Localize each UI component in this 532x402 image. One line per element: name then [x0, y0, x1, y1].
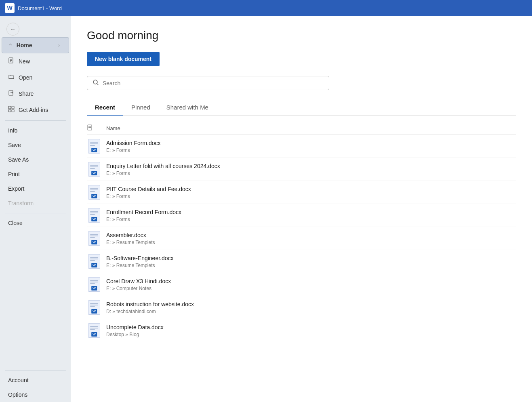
back-icon: ←: [10, 26, 16, 32]
file-item[interactable]: W PIIT Course Details and Fee.docx E: » …: [87, 181, 516, 204]
file-list-header: Name: [87, 122, 516, 135]
file-info: PIIT Course Details and Fee.docx E: » Fo…: [106, 186, 516, 199]
word-file-icon: W: [87, 185, 101, 200]
file-name: Corel Draw X3 Hindi.docx: [106, 278, 516, 284]
sidebar-item-close[interactable]: Close: [2, 216, 69, 230]
word-file-icon: W: [87, 254, 101, 269]
sidebar-divider-3: [5, 370, 66, 370]
sidebar-item-get-add-ins[interactable]: Get Add-ins: [2, 102, 69, 118]
file-path: D: » techdatahindi.com: [106, 309, 516, 314]
sidebar-divider-1: [5, 120, 66, 121]
file-path: E: » Forms: [106, 217, 516, 222]
file-info: Uncomplete Data.docx Desktop » Blog: [106, 324, 516, 337]
file-name: Assembler.docx: [106, 232, 516, 238]
word-file-icon: W: [87, 139, 101, 154]
file-path: E: » Resume Templets: [106, 263, 516, 268]
file-name: Enquiry Letter fold with all courses 202…: [106, 163, 516, 169]
word-logo: W: [5, 3, 15, 13]
file-info: Corel Draw X3 Hindi.docx E: » Computer N…: [106, 278, 516, 291]
main-layout: ← ⌂ Home › New: [0, 16, 532, 402]
sidebar-divider-2: [5, 213, 66, 213]
sidebar-bottom: Account Options: [0, 368, 71, 402]
search-input[interactable]: [103, 80, 323, 86]
word-file-icon: W: [87, 208, 101, 223]
sidebar-item-export[interactable]: Export: [2, 181, 69, 196]
sidebar: ← ⌂ Home › New: [0, 16, 71, 402]
file-name: Robots instruction for website.docx: [106, 301, 516, 307]
tabs-bar: Recent Pinned Shared with Me: [87, 100, 516, 116]
sidebar-item-new[interactable]: New: [2, 53, 69, 69]
sidebar-get-add-ins-label: Get Add-ins: [19, 107, 48, 113]
sidebar-expand-button[interactable]: ›: [56, 42, 62, 48]
file-item[interactable]: W Enquiry Letter fold with all courses 2…: [87, 158, 516, 181]
file-item[interactable]: W Corel Draw X3 Hindi.docx E: » Computer…: [87, 273, 516, 296]
file-item[interactable]: W Assembler.docx E: » Resume Templets: [87, 227, 516, 250]
search-icon: [93, 80, 99, 86]
sidebar-item-print[interactable]: Print: [2, 167, 69, 181]
header-icon-placeholder: [87, 124, 101, 132]
svg-line-11: [97, 84, 98, 85]
file-path: E: » Forms: [106, 194, 516, 199]
new-icon: [8, 57, 15, 65]
sidebar-item-info[interactable]: Info: [2, 123, 69, 138]
file-item[interactable]: W Robots instruction for website.docx D:…: [87, 296, 516, 319]
title-bar-text: Document1 - Word: [18, 5, 62, 11]
sidebar-open-label: Open: [19, 74, 32, 81]
file-name: Enrollment Record Form.docx: [106, 209, 516, 215]
tab-pinned[interactable]: Pinned: [123, 100, 158, 116]
word-file-icon: W: [87, 231, 101, 246]
file-item[interactable]: W Enrollment Record Form.docx E: » Forms: [87, 204, 516, 227]
file-path: E: » Computer Notes: [106, 286, 516, 291]
home-icon: ⌂: [8, 42, 13, 49]
sidebar-item-transform: Transform: [2, 196, 69, 210]
sidebar-home-label: Home: [17, 42, 32, 48]
share-icon: [8, 90, 15, 98]
title-bar: W Document1 - Word: [0, 0, 532, 16]
file-info: Admission Form.docx E: » Forms: [106, 140, 516, 153]
sidebar-item-options[interactable]: Options: [2, 387, 69, 402]
file-path: E: » Resume Templets: [106, 240, 516, 245]
file-list: W Admission Form.docx E: » Forms W: [87, 135, 516, 342]
word-file-icon: W: [87, 162, 101, 177]
new-blank-document-button[interactable]: New blank document: [87, 52, 160, 66]
sidebar-item-save-as[interactable]: Save As: [2, 152, 69, 167]
sidebar-new-label: New: [19, 58, 30, 65]
name-column-header: Name: [106, 125, 120, 131]
file-name: Uncomplete Data.docx: [106, 324, 516, 330]
file-item[interactable]: W B.-Software-Engineer.docx E: » Resume …: [87, 250, 516, 273]
tab-shared-with-me[interactable]: Shared with Me: [158, 100, 217, 116]
file-item[interactable]: W Admission Form.docx E: » Forms: [87, 135, 516, 158]
open-icon: [8, 74, 15, 82]
file-info: Robots instruction for website.docx D: »…: [106, 301, 516, 314]
get-add-ins-icon: [8, 106, 15, 114]
file-path: Desktop » Blog: [106, 332, 516, 337]
search-bar: [87, 76, 329, 90]
sidebar-item-home[interactable]: ⌂ Home ›: [2, 37, 69, 53]
file-name: PIIT Course Details and Fee.docx: [106, 186, 516, 192]
sidebar-item-open[interactable]: Open: [2, 69, 69, 86]
sidebar-item-share[interactable]: Share: [2, 86, 69, 102]
word-file-icon: W: [87, 300, 101, 315]
svg-rect-6: [8, 106, 11, 109]
sidebar-item-account[interactable]: Account: [2, 373, 69, 387]
file-name: B.-Software-Engineer.docx: [106, 255, 516, 261]
file-name: Admission Form.docx: [106, 140, 516, 146]
svg-rect-8: [8, 109, 11, 112]
svg-rect-7: [12, 106, 14, 109]
greeting-heading: Good morning: [87, 29, 516, 42]
sidebar-item-save[interactable]: Save: [2, 138, 69, 152]
file-item[interactable]: W Uncomplete Data.docx Desktop » Blog: [87, 319, 516, 342]
tab-recent[interactable]: Recent: [87, 100, 123, 116]
content-area: Good morning New blank document Recent P…: [71, 16, 532, 402]
word-file-icon: W: [87, 277, 101, 292]
file-info: B.-Software-Engineer.docx E: » Resume Te…: [106, 255, 516, 268]
file-info: Assembler.docx E: » Resume Templets: [106, 232, 516, 245]
file-info: Enquiry Letter fold with all courses 202…: [106, 163, 516, 176]
sidebar-share-label: Share: [19, 91, 34, 97]
file-path: E: » Forms: [106, 147, 516, 153]
svg-rect-9: [12, 109, 14, 112]
back-button[interactable]: ←: [6, 23, 19, 36]
file-info: Enrollment Record Form.docx E: » Forms: [106, 209, 516, 222]
word-file-icon: W: [87, 323, 101, 338]
file-path: E: » Forms: [106, 170, 516, 176]
